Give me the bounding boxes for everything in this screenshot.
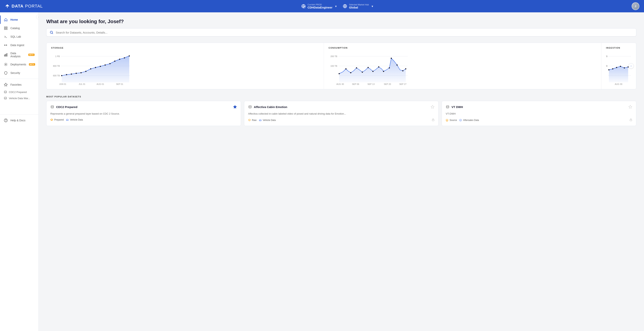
tag-raw-label: Raw bbox=[252, 119, 256, 122]
dataset-card-header-vtdwh: VT DWH bbox=[446, 105, 632, 110]
star-button-cdc2[interactable] bbox=[233, 105, 237, 110]
svg-point-46 bbox=[338, 73, 340, 74]
svg-point-51 bbox=[368, 67, 369, 68]
svg-point-71 bbox=[612, 68, 613, 70]
sidebar-item-help[interactable]: Help & Docs bbox=[0, 116, 38, 124]
svg-rect-86 bbox=[630, 120, 632, 121]
sidebar-catalog-label: Catalog bbox=[10, 26, 20, 30]
dataset-desc-cdc2: Represents a general prepared layer base… bbox=[50, 112, 237, 116]
sidebar-cdc2-label: CDC2 Prepared bbox=[9, 91, 27, 94]
svg-point-35 bbox=[124, 57, 125, 58]
car-icon bbox=[66, 118, 69, 121]
sidebar-recent-cdc2[interactable]: CDC2 Prepared bbox=[0, 89, 38, 95]
svg-text:AUG 30: AUG 30 bbox=[336, 83, 344, 85]
star-button-affectiva[interactable] bbox=[430, 105, 434, 110]
env-selector[interactable]: ConVeh PROD CDHDataEngineer ▾ bbox=[301, 4, 337, 9]
sidebar-item-catalog[interactable]: Catalog bbox=[0, 24, 38, 32]
svg-point-57 bbox=[396, 64, 398, 66]
svg-point-28 bbox=[90, 68, 91, 70]
svg-point-11 bbox=[4, 91, 6, 92]
database-icon-cdc2 bbox=[50, 105, 54, 109]
svg-point-25 bbox=[76, 73, 77, 74]
market-value: Global bbox=[349, 6, 369, 9]
svg-text:800 TB: 800 TB bbox=[53, 65, 60, 67]
env-text: ConVeh PROD CDHDataEngineer bbox=[308, 4, 332, 9]
svg-point-73 bbox=[620, 66, 621, 67]
svg-point-52 bbox=[372, 71, 374, 72]
env-value: CDHDataEngineer bbox=[308, 6, 332, 9]
svg-text:JUL 01: JUL 01 bbox=[79, 83, 85, 85]
sidebar-favorites-label: Favorites bbox=[10, 83, 22, 86]
charts-row: STORAGE 1 PB 800 TB 600 TB bbox=[46, 43, 636, 89]
svg-point-74 bbox=[624, 67, 625, 68]
lock-icon-vtdwh bbox=[630, 118, 632, 122]
datasets-section-title: MOST POPULAR DATASETS bbox=[46, 96, 636, 98]
tag-vehicle-data-1: Vehicle Data bbox=[66, 118, 83, 121]
svg-text:SEP 01: SEP 01 bbox=[116, 83, 123, 85]
svg-text:SEP 20: SEP 20 bbox=[384, 83, 391, 85]
svg-point-55 bbox=[389, 67, 390, 68]
svg-point-24 bbox=[71, 74, 72, 75]
svg-text:SEP 06: SEP 06 bbox=[352, 83, 359, 85]
tag-vehicle-data-2-label: Vehicle Data bbox=[263, 119, 276, 122]
svg-text:SEP 13: SEP 13 bbox=[367, 83, 374, 85]
tag-aftersales-label: Aftersales Data bbox=[463, 119, 479, 122]
dataset-card-affectiva[interactable]: Affectiva Cabin Emotion Affectiva collec… bbox=[244, 101, 439, 126]
sidebar-item-data-ingest[interactable]: Data Ingest bbox=[0, 41, 38, 50]
svg-point-27 bbox=[85, 71, 86, 72]
consumption-chart-panel: CONSUMPTION 200 TB 100 TB bbox=[324, 43, 601, 89]
svg-text:1 PB: 1 PB bbox=[55, 55, 60, 58]
env-label: ConVeh PROD bbox=[308, 4, 332, 6]
svg-point-78 bbox=[66, 120, 67, 120]
svg-text:200 TB: 200 TB bbox=[330, 55, 337, 58]
svg-text:AUG 30: AUG 30 bbox=[615, 83, 622, 85]
dataset-name-vtdwh: VT DWH bbox=[452, 105, 463, 108]
svg-text:600 TB: 600 TB bbox=[53, 74, 60, 77]
market-selector[interactable]: Selected Market Hub Global ▾ bbox=[343, 4, 373, 9]
market-text: Selected Market Hub Global bbox=[349, 4, 369, 9]
tag-vehicle-data-1-label: Vehicle Data bbox=[70, 118, 83, 121]
app-logo[interactable]: DATA PORTAL bbox=[5, 4, 43, 9]
sidebar-dataanalysis-badge: BETA bbox=[28, 54, 34, 56]
sidebar-help-label: Help & Docs bbox=[10, 119, 26, 122]
sidebar-item-data-analysis[interactable]: Data Analysis BETA bbox=[0, 50, 38, 60]
svg-point-34 bbox=[119, 59, 120, 60]
dataset-card-vtdwh[interactable]: VT DWH VT-DWH bbox=[442, 101, 636, 126]
sidebar-home-label: Home bbox=[10, 18, 18, 21]
logo-light: PORTAL bbox=[25, 4, 43, 9]
sidebar-sqllab-label: SQL Lab bbox=[10, 35, 21, 38]
svg-text:JUN 01: JUN 01 bbox=[59, 83, 66, 85]
svg-point-53 bbox=[378, 66, 379, 68]
sidebar-dataanalysis-label: Data Analysis bbox=[10, 52, 26, 58]
sidebar-item-home[interactable]: Home bbox=[0, 16, 38, 24]
sidebar-item-deployments[interactable]: Deployments BETA bbox=[0, 60, 38, 69]
ingestion-chart-svg: 6 TB 5 TB AUG bbox=[606, 50, 631, 85]
dataset-card-header-cdc2: CDC2 Prepared bbox=[50, 105, 237, 110]
aftersales-icon bbox=[459, 119, 462, 122]
sidebar-recent-vehicle[interactable]: Vehicle Data War... bbox=[0, 95, 38, 101]
svg-point-59 bbox=[405, 68, 406, 70]
dataset-title-row-vtdwh: VT DWH bbox=[446, 105, 463, 109]
dataset-card-cdc2[interactable]: CDC2 Prepared Represents a general prepa… bbox=[46, 101, 241, 126]
sidebar-dataingest-label: Data Ingest bbox=[10, 44, 24, 47]
sidebar-item-sql-lab[interactable]: SQL Lab bbox=[0, 32, 38, 41]
star-button-vtdwh[interactable] bbox=[628, 105, 632, 110]
storage-chart-panel: STORAGE 1 PB 800 TB 600 TB bbox=[46, 43, 324, 89]
svg-rect-3 bbox=[6, 27, 7, 28]
sidebar-item-favorites[interactable]: Favorites bbox=[0, 80, 38, 89]
sidebar: ‹ Home Catalog SQL Lab bbox=[0, 12, 38, 331]
database-icon-affectiva bbox=[248, 105, 252, 109]
svg-point-70 bbox=[608, 69, 610, 70]
search-input[interactable] bbox=[56, 31, 633, 34]
svg-point-23 bbox=[66, 74, 67, 75]
storage-chart-svg: 1 PB 800 TB 600 TB bbox=[51, 50, 132, 85]
tag-vehicle-data-2: Vehicle Data bbox=[259, 119, 276, 122]
sidebar-deployments-badge: BETA bbox=[29, 63, 35, 66]
dataset-tags-vtdwh: Source Aftersales Data bbox=[446, 118, 632, 122]
chart-next-button[interactable]: › bbox=[628, 63, 634, 69]
user-avatar[interactable]: J bbox=[632, 2, 639, 10]
sidebar-item-security[interactable]: Security bbox=[0, 69, 38, 77]
tag-raw: Raw bbox=[248, 119, 256, 122]
top-navigation: DATA PORTAL ConVeh PROD CDHDataEngineer … bbox=[0, 0, 644, 12]
sidebar-security-label: Security bbox=[10, 71, 20, 74]
